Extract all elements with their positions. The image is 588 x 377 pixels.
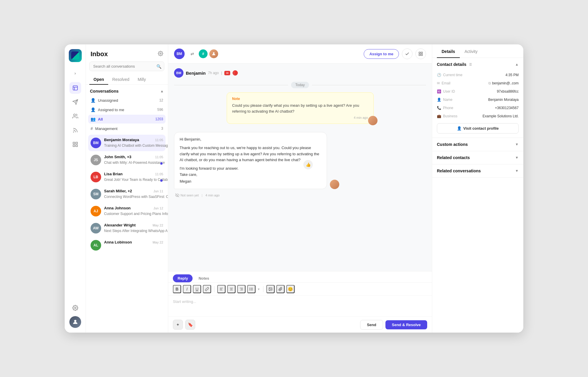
sidebar-nav-items: 👤 Unassigned 12 👤 Assigned to me 596 👥 A… bbox=[86, 96, 168, 134]
align-right-button[interactable] bbox=[237, 285, 245, 293]
message-meta: Not seen yet | 4 min ago bbox=[174, 193, 426, 197]
attachment-button[interactable] bbox=[276, 285, 285, 293]
ai-assist-button[interactable]: ✦ bbox=[173, 320, 183, 330]
list-item[interactable]: JS John Smith, +3 11:05 Chat with Milly:… bbox=[88, 152, 166, 168]
conv-time: 11:05 bbox=[155, 155, 163, 159]
grid-icon-button[interactable] bbox=[415, 49, 426, 59]
svg-rect-15 bbox=[421, 54, 422, 56]
italic-button[interactable]: I bbox=[183, 285, 191, 293]
copy-icon[interactable]: ⧉ bbox=[488, 81, 491, 85]
svg-point-11 bbox=[160, 53, 161, 54]
visit-profile-button[interactable]: 👤 Visit contact profile bbox=[437, 123, 519, 134]
detail-label: Phone bbox=[443, 106, 453, 110]
custom-actions-header[interactable]: Custom actions ▼ bbox=[432, 138, 523, 151]
list-item[interactable]: AW Alexander Wright May 22 Next Steps Af… bbox=[88, 220, 166, 236]
align-left-button[interactable] bbox=[217, 285, 225, 293]
nav-icon-dashboard[interactable] bbox=[69, 139, 81, 150]
search-input[interactable] bbox=[89, 61, 164, 71]
panel-tab-activity[interactable]: Activity bbox=[460, 44, 482, 58]
related-contacts-header[interactable]: Related contacts ▼ bbox=[432, 151, 523, 164]
image-button[interactable] bbox=[266, 285, 275, 293]
sidebar-item-label: Management bbox=[95, 126, 118, 131]
person-icon: 👤 bbox=[91, 107, 96, 112]
email-channel-icon: ✉ bbox=[224, 71, 230, 75]
bold-button[interactable]: B bbox=[173, 285, 181, 293]
link-button[interactable] bbox=[203, 285, 211, 293]
reply-tab-reply[interactable]: Reply bbox=[173, 274, 193, 282]
sidebar-tabs: Open Resolved Milly bbox=[86, 75, 168, 85]
assign-to-me-button[interactable]: Assign to me bbox=[364, 49, 399, 59]
detail-row-phone: 📞 Phone +36301234567 bbox=[432, 104, 523, 112]
detail-row-userid: 🆔 User ID 97xbsa886fcc bbox=[432, 87, 523, 96]
list-item[interactable]: AL Anna Lobinson May 22 bbox=[88, 237, 166, 253]
conversations-section-header[interactable]: Conversations ▲ bbox=[86, 85, 168, 96]
avatar: SM bbox=[91, 189, 101, 199]
svg-rect-13 bbox=[419, 52, 420, 54]
note-text: Could you please clarify what you mean b… bbox=[232, 103, 368, 114]
list-item[interactable]: BM Benjamin Morataya 11:05 Training AI C… bbox=[88, 135, 166, 151]
sidebar-item-management[interactable]: # Management 3 bbox=[88, 124, 166, 133]
sidebar-item-assigned[interactable]: 👤 Assigned to me 596 bbox=[88, 105, 166, 114]
avatar: JS bbox=[91, 155, 101, 165]
bookmark-button[interactable]: 🔖 bbox=[185, 320, 195, 330]
nav-icon-inbox[interactable] bbox=[69, 82, 81, 94]
email-icon: ✉ bbox=[437, 81, 440, 85]
message-signature: Megan bbox=[180, 179, 321, 185]
svg-point-12 bbox=[213, 52, 214, 54]
chevron-down-icon: ▼ bbox=[515, 142, 519, 146]
svg-point-4 bbox=[73, 132, 74, 132]
conv-name: Benjamin Morataya bbox=[104, 138, 139, 142]
list-item[interactable]: LB Lisa Brian 11:05 Great Job! Your Team… bbox=[88, 169, 166, 185]
sidebar-item-unassigned[interactable]: 👤 Unassigned 12 bbox=[88, 96, 166, 105]
detail-value-userid: 97xbsa886fcc bbox=[497, 89, 519, 94]
related-conversations-header[interactable]: Related conversations ▼ bbox=[432, 164, 523, 177]
settings-icon[interactable] bbox=[158, 51, 163, 58]
panel-tab-details[interactable]: Details bbox=[437, 44, 460, 58]
conversations-section-title: Conversations bbox=[90, 89, 118, 94]
sidebar-item-all[interactable]: 👥 All 1203 bbox=[88, 115, 166, 124]
svg-point-9 bbox=[74, 307, 76, 309]
sidebar-toggle[interactable]: › bbox=[71, 69, 79, 77]
resolve-icon-button[interactable] bbox=[402, 49, 412, 59]
align-center-button[interactable] bbox=[227, 285, 235, 293]
unassigned-count: 12 bbox=[159, 98, 163, 102]
send-button[interactable]: Send bbox=[360, 320, 383, 330]
nav-icon-feeds[interactable] bbox=[69, 124, 81, 136]
tab-resolved[interactable]: Resolved bbox=[108, 75, 133, 85]
chat-messages: BM Benjamin 7h ago | ✉ 🚩 Today Note Coul… bbox=[168, 64, 432, 271]
reply-input[interactable]: Start writing... bbox=[168, 296, 432, 316]
agent-avatar bbox=[209, 49, 218, 58]
person-circle-icon: 👤 bbox=[457, 126, 462, 131]
list-button[interactable] bbox=[247, 285, 255, 293]
svg-point-30 bbox=[250, 288, 250, 288]
reply-tab-notes[interactable]: Notes bbox=[194, 274, 214, 282]
conv-preview: Chat with Milly: AI-Powered Assistance bbox=[104, 161, 165, 165]
tab-open[interactable]: Open bbox=[89, 75, 108, 85]
svg-rect-14 bbox=[421, 52, 422, 54]
send-resolve-button[interactable]: Send & Resolve bbox=[385, 320, 427, 329]
message-row: Hi Benjamin, Thank you for reaching out … bbox=[174, 132, 426, 189]
sort-icon bbox=[468, 62, 472, 66]
avatar: LB bbox=[91, 172, 101, 182]
list-item[interactable]: SM Sarah Miller, +2 Jun 11 Connecting Wo… bbox=[88, 186, 166, 202]
main-chat: BM ⇄ # Assign to me bbox=[168, 44, 432, 333]
thumbs-up-icon[interactable]: 👍 bbox=[303, 160, 313, 169]
user-avatar[interactable] bbox=[69, 316, 81, 328]
underline-button[interactable]: U bbox=[193, 285, 201, 293]
nav-icon-send[interactable] bbox=[69, 96, 81, 108]
list-item[interactable]: AJ Anna Johnson Jun 12 Customer Support … bbox=[88, 203, 166, 219]
list-dropdown-icon[interactable]: ▼ bbox=[257, 288, 260, 291]
detail-label: Email bbox=[442, 81, 450, 85]
chevron-down-icon: ▼ bbox=[515, 156, 519, 160]
related-conversations-section: Related conversations ▼ bbox=[432, 164, 523, 178]
nav-icon-settings[interactable] bbox=[69, 302, 81, 314]
emoji-button[interactable]: 😊 bbox=[286, 285, 295, 293]
tab-milly[interactable]: Milly bbox=[133, 75, 150, 85]
agent-avatar-msg bbox=[330, 180, 339, 189]
conv-preview: Training AI Chatbot with Custom Messages bbox=[104, 144, 168, 148]
conv-name: Sarah Miller, +2 bbox=[104, 189, 132, 193]
conv-time: May 22 bbox=[153, 223, 163, 227]
swap-icon[interactable]: ⇄ bbox=[188, 49, 197, 59]
nav-icon-contacts[interactable] bbox=[69, 110, 81, 122]
contact-details-header[interactable]: Contact details ▲ bbox=[432, 58, 523, 71]
